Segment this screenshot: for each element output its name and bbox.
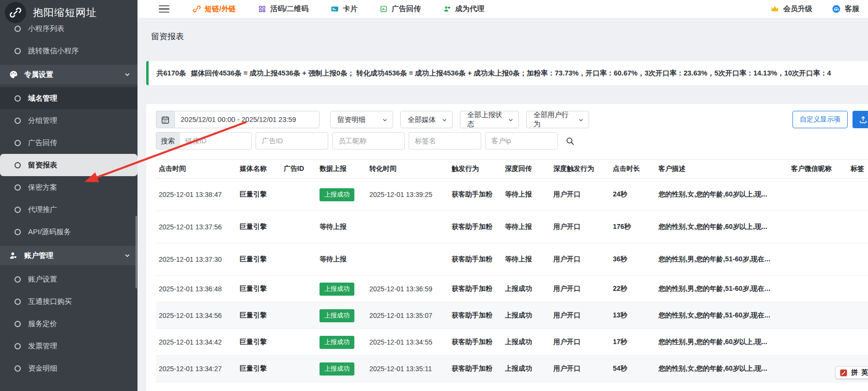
page-title: 留资报表 — [137, 18, 868, 42]
cell-data-report: 上报成功 — [320, 188, 369, 201]
filter-row: 留资明细 全部媒体 全部上报状态 全部用户行为 — [156, 111, 868, 128]
ime-toolbar[interactable]: 拼 英 — [836, 366, 868, 379]
cell-trigger-action: 获客助手加粉 — [452, 285, 505, 293]
cell-data-report: 上报成功 — [320, 309, 369, 322]
tag-name-input[interactable] — [409, 132, 481, 150]
ad-id-input[interactable] — [256, 132, 328, 150]
sidebar-item-10[interactable]: API/源码服务 — [0, 221, 137, 243]
topnav-item-label: 短链/外链 — [205, 4, 236, 14]
sidebar-section-3[interactable]: 专属设置 — [0, 65, 137, 84]
report-table: 点击时间媒体名称广告ID数据上报转化时间触发行为深度回传深度触发行为点击时长客户… — [156, 159, 868, 382]
report-status-select[interactable]: 全部上报状态 — [460, 111, 519, 128]
topnav-item-1[interactable]: 活码/二维码 — [258, 4, 308, 14]
topnav-item-3[interactable]: 广告回传 — [380, 4, 421, 14]
cell-trigger-action: 获客助手加粉 — [452, 364, 505, 373]
bullet-circle-icon — [15, 321, 21, 327]
link-id-input[interactable] — [179, 132, 252, 150]
cell-data-report: 等待上报 — [320, 255, 369, 264]
cell-click-duration: 36秒 — [613, 255, 658, 264]
topnav-item-0[interactable]: 短链/外链 — [193, 4, 236, 14]
bullet-circle-icon — [15, 184, 21, 191]
sidebar-item-label: 保密方案 — [28, 183, 57, 192]
table-header-row: 点击时间媒体名称广告ID数据上报转化时间触发行为深度回传深度触发行为点击时长客户… — [156, 159, 868, 179]
column-header-media-name: 媒体名称 — [240, 165, 284, 173]
sidebar-item-5[interactable]: 分组管理 — [0, 109, 137, 132]
report-status-badge: 上报成功 — [320, 188, 354, 201]
cell-click-duration: 17秒 — [613, 338, 658, 346]
sidebar-item-9[interactable]: 代理推广 — [0, 198, 137, 221]
sidebar-item-16[interactable]: 资金明细 — [0, 357, 137, 379]
topnav-item-2[interactable]: 卡片 — [331, 4, 357, 14]
export-button[interactable] — [853, 111, 868, 128]
sidebar-item-15[interactable]: 发票管理 — [0, 335, 137, 357]
topnav-right-item-0[interactable]: 会员升级 — [770, 4, 812, 14]
column-header-customer-wechat-nick: 客户微信昵称 — [791, 165, 851, 173]
cell-click-time: 2025-12-01 13:34:27 — [159, 365, 240, 373]
cell-media-name: 巨量引擎 — [240, 364, 284, 373]
select-value: 全部用户行为 — [533, 110, 574, 129]
cell-deep-trigger-action: 用户开口 — [553, 223, 613, 231]
sidebar-item-14[interactable]: 服务定价 — [0, 313, 137, 335]
cell-media-name: 巨量引擎 — [240, 223, 284, 231]
sidebar-scrollbar-thumb[interactable] — [136, 216, 137, 288]
sidebar-item-4[interactable]: 域名管理 — [0, 87, 137, 109]
topnav-right-item-1[interactable]: 客服 — [832, 4, 859, 14]
palette-icon — [9, 70, 18, 79]
cell-media-name: 巨量引擎 — [240, 190, 284, 199]
sidebar-item-label: 服务定价 — [28, 319, 57, 329]
cell-trigger-action: 获客助手加粉 — [452, 255, 505, 264]
ime-pinyin-mode[interactable]: 拼 — [851, 368, 858, 377]
sidebar-item-label: 账户设置 — [28, 275, 57, 284]
cell-deep-trigger-action: 用户开口 — [553, 311, 613, 320]
sidebar-section-11[interactable]: 账户管理 — [0, 246, 137, 265]
link-icon — [9, 6, 22, 19]
column-header-deep-trigger-action: 深度触发行为 — [553, 165, 613, 173]
sidebar-logo-row: 抱阳缩短网址 — [0, 0, 137, 25]
hamburger-menu-icon[interactable] — [159, 5, 169, 13]
table-row: 2025-12-01 13:37:30巨量引擎等待上报获客助手加粉等待上报用户开… — [156, 243, 868, 276]
cell-click-time: 2025-12-01 13:38:47 — [159, 191, 240, 198]
user-action-select[interactable]: 全部用户行为 — [526, 111, 589, 128]
customer-ip-input[interactable] — [485, 132, 558, 150]
upload-icon — [859, 115, 868, 124]
search-row: 搜索 — [156, 132, 868, 150]
calendar-icon[interactable] — [156, 111, 174, 128]
ime-english-mode[interactable]: 英 — [861, 368, 868, 377]
staff-nickname-input[interactable] — [332, 132, 405, 150]
main-content: 留资报表 共6170条 媒体回传4536条 = 成功上报4536条 + 强制上报… — [137, 18, 868, 391]
sidebar-item-label: 互通接口购买 — [28, 297, 72, 306]
cell-customer-desc: 您的性别,男,您的年龄,51-60岁,现在... — [658, 285, 791, 293]
cell-click-duration: 54秒 — [613, 364, 658, 373]
sidebar-item-8[interactable]: 保密方案 — [0, 176, 137, 198]
report-status-badge: 上报成功 — [320, 283, 354, 296]
sidebar-item-2[interactable]: 跳转微信小程序 — [0, 40, 137, 62]
qrcode-icon — [258, 5, 266, 13]
date-range-input[interactable] — [174, 111, 320, 128]
bullet-circle-icon — [15, 95, 21, 102]
topnav-item-label: 会员升级 — [783, 4, 812, 14]
cell-customer-desc: 您的性别,男,您的年龄,60岁以上,现... — [658, 338, 791, 346]
cell-deep-callback: 上报成功 — [505, 311, 553, 320]
sidebar-item-12[interactable]: 账户设置 — [0, 268, 137, 290]
media-select[interactable]: 全部媒体 — [400, 111, 453, 128]
report-type-select[interactable]: 留资明细 — [330, 111, 393, 128]
bullet-circle-icon — [15, 118, 21, 124]
cell-deep-trigger-action: 用户开口 — [553, 338, 613, 346]
search-button[interactable] — [562, 133, 578, 149]
crown-icon — [770, 4, 779, 14]
sidebar-item-7[interactable]: 留资报表 — [0, 154, 137, 176]
ad-callback-icon — [380, 5, 388, 13]
cell-deep-trigger-action: 用户开口 — [553, 255, 613, 264]
sidebar-item-label: 跳转微信小程序 — [28, 46, 79, 56]
sidebar-item-13[interactable]: 互通接口购买 — [0, 290, 137, 313]
select-value: 全部上报状态 — [467, 110, 504, 129]
customize-columns-button[interactable]: 自定义显示项 — [792, 111, 848, 128]
topnav-item-4[interactable]: 成为代理 — [443, 4, 484, 14]
table-row: 2025-12-01 13:37:56巨量引擎等待上报获客助手加粉等待上报用户开… — [156, 211, 868, 243]
sidebar-item-6[interactable]: 广告回传 — [0, 132, 137, 154]
cell-customer-desc: 您的性别,女,您的年龄,60岁以上,现... — [658, 364, 791, 373]
search-icon — [565, 136, 575, 146]
link-icon — [193, 5, 201, 13]
cell-deep-callback: 等待上报 — [505, 190, 553, 199]
topnav: 短链/外链活码/二维码卡片广告回传成为代理 会员升级客服 — [137, 0, 868, 18]
